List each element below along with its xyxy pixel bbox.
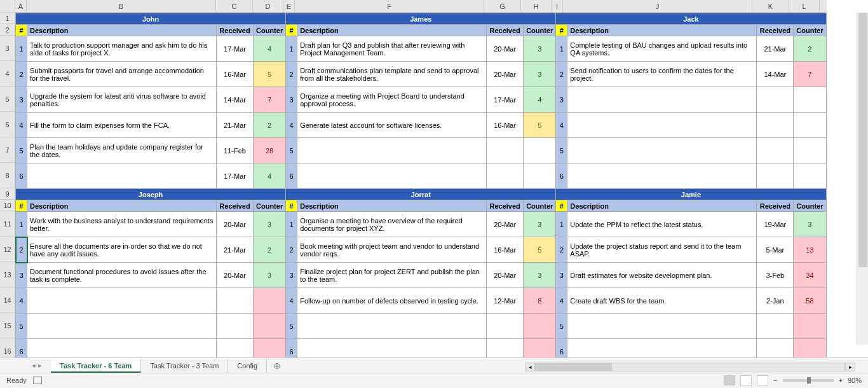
task-description[interactable]: Generate latest account for software lic… [297,113,487,138]
col-header-K[interactable]: K [752,0,789,12]
tab-nav-arrows[interactable]: ◂ ▸ [25,361,51,370]
task-counter[interactable]: 5 [524,113,556,138]
task-received[interactable]: 21-Mar [757,36,794,62]
num-header[interactable]: # [286,200,297,212]
col-header-A[interactable]: A [15,0,27,12]
task-number[interactable]: 2 [286,62,297,87]
task-counter[interactable] [794,163,826,189]
task-received[interactable] [217,314,254,339]
task-number[interactable]: 1 [16,212,27,237]
task-counter[interactable]: 3 [254,263,286,288]
task-counter[interactable]: 3 [794,212,826,237]
task-received[interactable] [487,314,524,339]
person-header-james[interactable]: James [286,13,556,25]
row-header-6[interactable]: 6 [0,112,15,137]
task-counter[interactable]: 7 [794,62,826,87]
num-header[interactable]: # [16,200,27,212]
num-header[interactable]: # [556,25,567,36]
task-number[interactable]: 5 [556,138,567,163]
task-received[interactable] [757,138,794,163]
task-number[interactable]: 3 [286,263,297,288]
task-received[interactable]: 21-Mar [217,237,254,263]
task-number[interactable]: 2 [556,237,567,263]
task-received[interactable]: 2-Jan [757,288,794,314]
received-header[interactable]: Received [487,25,524,36]
task-number[interactable]: 1 [556,36,567,62]
horizontal-scrollbar[interactable]: ◂ ▸ [525,361,855,373]
tab-config[interactable]: Config [228,359,267,373]
task-description[interactable] [567,113,757,138]
row-header-5[interactable]: 5 [0,87,15,112]
task-description[interactable]: Create draft WBS for the team. [567,288,757,314]
counter-header[interactable]: Counter [524,25,556,36]
col-header-B[interactable]: B [27,0,216,12]
task-description[interactable]: Send notification to users to confirm th… [567,62,757,87]
task-number[interactable]: 1 [286,36,297,62]
task-description[interactable] [567,163,757,189]
task-counter[interactable]: 3 [254,212,286,237]
task-counter[interactable] [794,87,826,113]
task-number[interactable]: 3 [286,87,297,113]
col-header-L[interactable]: L [789,0,820,12]
row-header-11[interactable]: 11 [0,211,15,237]
grid[interactable]: JohnJamesJack#DescriptionReceivedCounter… [15,13,827,364]
task-number[interactable]: 2 [556,62,567,87]
task-counter[interactable]: 3 [524,263,556,288]
add-sheet-button[interactable]: ⊕ [267,361,287,371]
description-header[interactable]: Description [567,200,757,212]
col-header-E[interactable]: E [283,0,295,12]
task-number[interactable]: 4 [556,113,567,138]
task-number[interactable]: 6 [286,163,297,189]
row-header-1[interactable]: 1 [0,13,15,24]
col-header-I[interactable]: I [552,0,563,12]
task-received[interactable]: 20-Mar [487,212,524,237]
task-counter[interactable] [524,138,556,163]
task-number[interactable]: 5 [286,138,297,163]
person-header-john[interactable]: John [16,13,286,25]
task-description[interactable]: Ensure all the documents are in-order so… [27,237,217,263]
row-header-12[interactable]: 12 [0,237,15,262]
row-header-15[interactable]: 15 [0,313,15,338]
task-received[interactable]: 3-Feb [757,263,794,288]
task-received[interactable] [757,113,794,138]
task-description[interactable]: Document functional procedures to avoid … [27,263,217,288]
task-description[interactable]: Submit passports for travel and arrange … [27,62,217,87]
task-number[interactable]: 3 [556,263,567,288]
task-counter[interactable]: 13 [794,237,826,263]
task-number[interactable]: 5 [16,314,27,339]
task-counter[interactable]: 34 [794,263,826,288]
scroll-right-icon[interactable]: ▸ [845,363,855,371]
task-description[interactable]: Work with the business analyst to unders… [27,212,217,237]
task-description[interactable]: Follow-up on number of defects observed … [297,288,487,314]
select-all-corner[interactable] [0,0,15,12]
task-received[interactable]: 17-Mar [487,87,524,113]
task-counter[interactable]: 5 [254,62,286,87]
person-header-jorrat[interactable]: Jorrat [286,189,556,200]
task-received[interactable]: 17-Mar [217,36,254,62]
task-received[interactable] [757,314,794,339]
task-description[interactable]: Draft communications plan template and s… [297,62,487,87]
tab-prev-icon[interactable]: ◂ [32,361,36,370]
task-description[interactable]: Draft plan for Q3 and publish that after… [297,36,487,62]
task-received[interactable]: 5-Mar [757,237,794,263]
task-counter[interactable]: 2 [254,113,286,138]
task-description[interactable]: Complete testing of BAU changes and uplo… [567,36,757,62]
row-header-9[interactable]: 9 [0,188,15,200]
num-header[interactable]: # [16,25,27,36]
scroll-left-icon[interactable]: ◂ [525,363,535,371]
task-counter[interactable] [254,288,286,314]
task-description[interactable]: Fill the form to claim expenses form the… [27,113,217,138]
task-received[interactable]: 20-Mar [217,263,254,288]
task-counter[interactable]: 4 [524,87,556,113]
counter-header[interactable]: Counter [254,25,286,36]
task-received[interactable]: 19-Mar [757,212,794,237]
task-counter[interactable] [524,163,556,189]
task-description[interactable] [27,163,217,189]
row-header-14[interactable]: 14 [0,288,15,313]
row-header-2[interactable]: 2 [0,24,15,36]
task-counter[interactable]: 3 [524,36,556,62]
task-received[interactable]: 16-Mar [217,62,254,87]
task-received[interactable] [757,87,794,113]
description-header[interactable]: Description [297,200,487,212]
task-received[interactable]: 14-Mar [757,62,794,87]
